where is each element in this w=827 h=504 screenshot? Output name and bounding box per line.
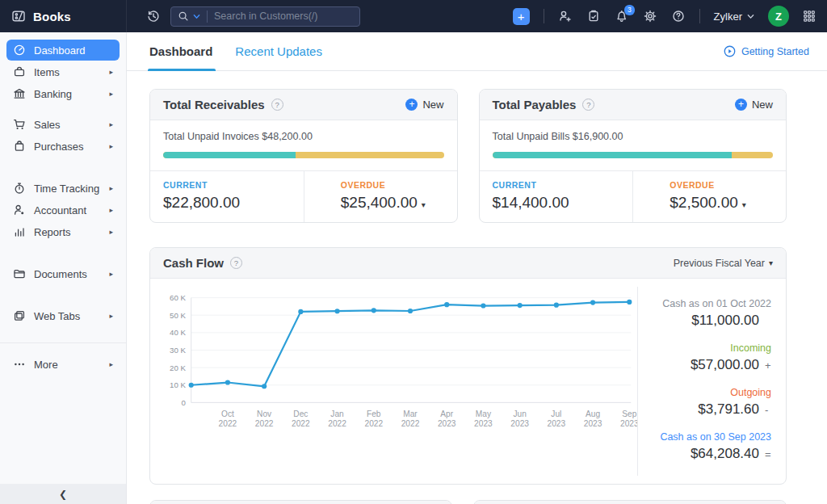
topbar-actions: + 3 Zylker Z	[513, 6, 827, 27]
sidebar-item-sales[interactable]: Sales▸	[6, 114, 120, 135]
top-header: Books + 3 Zylker Z	[0, 0, 827, 32]
cash-flow-title: Cash Flow	[163, 256, 224, 270]
bottom-row: Income and Expense ? Previous Fiscal Yea…	[149, 500, 787, 504]
new-invoice-button[interactable]: + New	[405, 99, 443, 111]
sidebar-item-label: Web Tabs	[34, 310, 80, 322]
sidebar-item-accountant[interactable]: Accountant▸	[6, 200, 120, 220]
tab-dashboard[interactable]: Dashboard	[149, 32, 212, 71]
org-switcher[interactable]: Zylker	[714, 10, 754, 23]
receivables-overdue-cell: OVERDUE $25,400.00▾	[304, 171, 457, 222]
caret-down-icon: ▾	[769, 258, 773, 267]
tab-recent-updates[interactable]: Recent Updates	[235, 32, 322, 71]
search-input[interactable]	[214, 10, 353, 22]
sidebar-nav: DashboardItems▸Banking▸Sales▸Purchases▸T…	[0, 32, 126, 484]
subscription-button[interactable]	[586, 9, 601, 23]
user-add-icon	[558, 9, 573, 23]
notifications-button[interactable]: 3	[615, 9, 629, 23]
svg-text:2023: 2023	[620, 419, 637, 428]
cash-flow-body: 010 K20 K30 K40 K50 K60 KOct2022Nov2022D…	[150, 279, 786, 484]
sidebar-item-items[interactable]: Items▸	[6, 61, 120, 82]
sidebar-item-web-tabs[interactable]: Web Tabs▸	[6, 305, 120, 326]
payables-header: Total Payables ? + New	[480, 90, 787, 120]
total-payables-card: Total Payables ? + New Total Unpaid Bill…	[479, 89, 787, 223]
sidebar-item-label: Documents	[34, 268, 87, 280]
reports-icon	[13, 225, 26, 238]
receivables-title: Total Receivables	[163, 98, 265, 111]
cash-end-label[interactable]: Cash as on 30 Sep 2023	[648, 431, 771, 443]
svg-text:2023: 2023	[474, 419, 493, 428]
settings-button[interactable]	[643, 9, 657, 23]
app-title: Books	[33, 10, 71, 23]
incoming-label: Incoming	[648, 342, 771, 354]
help-circle-icon[interactable]: ?	[230, 257, 242, 269]
chevron-right-icon: ▸	[109, 68, 113, 76]
svg-text:2023: 2023	[438, 419, 456, 428]
sidebar-item-time-tracking[interactable]: Time Tracking▸	[6, 178, 120, 199]
overdue-value[interactable]: $25,400.00▾	[341, 194, 444, 212]
sidebar-collapse-button[interactable]: ❮	[0, 484, 126, 504]
svg-text:50 K: 50 K	[170, 311, 186, 320]
cash-flow-period-select[interactable]: Previous Fiscal Year▾	[674, 258, 773, 269]
history-button[interactable]	[146, 9, 161, 23]
sidebar-item-more[interactable]: More▸	[6, 354, 120, 375]
svg-text:30 K: 30 K	[170, 346, 186, 355]
svg-text:2023: 2023	[510, 419, 529, 428]
sidebar-item-banking[interactable]: Banking▸	[6, 83, 120, 104]
help-circle-icon[interactable]: ?	[271, 99, 283, 111]
chevron-right-icon: ▸	[109, 142, 113, 150]
top-expenses-card: Your Top Expenses ? Previous Fiscal Year	[473, 500, 787, 504]
kpi-row: Total Receivables ? + New Total Unpaid I…	[149, 89, 787, 223]
sidebar-item-dashboard[interactable]: Dashboard	[6, 40, 120, 61]
outgoing-label: Outgoing	[648, 387, 771, 398]
payables-title: Total Payables	[493, 98, 577, 111]
play-circle-icon	[723, 44, 737, 58]
help-circle-icon[interactable]: ?	[582, 99, 594, 111]
receivables-header: Total Receivables ? + New	[150, 90, 457, 120]
svg-text:Jun: Jun	[513, 410, 526, 418]
svg-text:May: May	[476, 410, 492, 418]
receivables-current-fill	[163, 152, 296, 158]
payables-progress-bar	[493, 152, 774, 158]
cash-flow-header: Cash Flow ? Previous Fiscal Year▾	[150, 248, 786, 279]
plus-icon: +	[405, 99, 418, 111]
current-value: $22,800.00	[163, 194, 291, 212]
invite-users-button[interactable]	[558, 9, 573, 23]
cash-end-value: $64,208.40	[691, 446, 759, 462]
svg-text:Feb: Feb	[367, 410, 381, 418]
sidebar-item-purchases[interactable]: Purchases▸	[6, 136, 120, 157]
overdue-label: OVERDUE	[341, 180, 444, 190]
history-icon	[146, 9, 161, 23]
svg-text:2023: 2023	[584, 419, 602, 428]
purchases-icon	[13, 140, 26, 153]
overdue-value[interactable]: $2,500.00▾	[670, 194, 773, 212]
sidebar-item-label: Dashboard	[34, 44, 86, 57]
getting-started-label: Getting Started	[741, 46, 809, 57]
apps-button[interactable]	[803, 10, 816, 23]
quick-create-button[interactable]: +	[513, 8, 530, 25]
new-bill-button[interactable]: + New	[735, 99, 773, 111]
income-expense-card: Income and Expense ? Previous Fiscal Yea…	[149, 500, 452, 504]
svg-text:Sep: Sep	[622, 410, 636, 418]
help-button[interactable]	[671, 9, 686, 23]
chevron-right-icon: ▸	[109, 184, 113, 192]
svg-text:2023: 2023	[548, 419, 566, 428]
avatar[interactable]: Z	[768, 6, 789, 27]
svg-text:Aug: Aug	[586, 410, 600, 418]
sidebar-item-documents[interactable]: Documents▸	[6, 263, 120, 284]
svg-text:Jul: Jul	[551, 410, 561, 418]
sidebar-item-reports[interactable]: Reports▸	[6, 221, 120, 242]
sidebar-item-label: Reports	[34, 226, 71, 238]
apps-grid-icon	[803, 10, 816, 23]
svg-text:2022: 2022	[364, 419, 383, 428]
cash-flow-chart: 010 K20 K30 K40 K50 K60 KOct2022Nov2022D…	[158, 287, 637, 476]
chevron-right-icon: ▸	[109, 120, 113, 128]
top-expenses-header: Your Top Expenses ? Previous Fiscal Year	[474, 501, 786, 504]
search-scope-chevron-icon[interactable]	[193, 13, 200, 20]
search-icon	[178, 10, 189, 22]
getting-started-link[interactable]: Getting Started	[723, 44, 809, 58]
svg-text:Jan: Jan	[330, 410, 343, 418]
incoming-value: $57,000.00	[691, 357, 759, 373]
cash-flow-card: Cash Flow ? Previous Fiscal Year▾ 010 K2…	[149, 247, 787, 485]
books-logo-icon	[11, 9, 26, 23]
cash-start-label: Cash as on 01 Oct 2022	[648, 298, 771, 309]
